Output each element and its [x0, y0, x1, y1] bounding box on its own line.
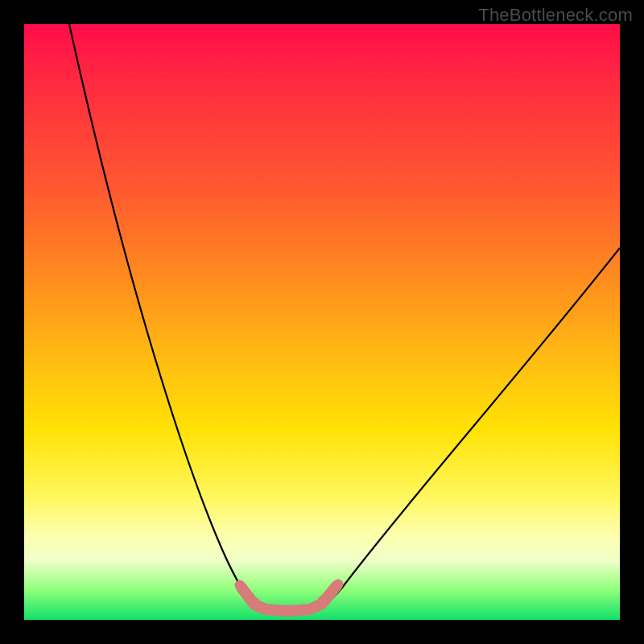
trough-beads-right [312, 580, 344, 611]
right-curve [310, 248, 620, 609]
curve-layer [24, 24, 620, 620]
chart-frame: TheBottleneck.com [0, 0, 644, 644]
bead-dot [254, 601, 265, 612]
left-curve [69, 24, 266, 609]
plot-area [24, 24, 620, 620]
bead-dot [333, 580, 344, 590]
watermark-text: TheBottleneck.com [478, 5, 633, 26]
